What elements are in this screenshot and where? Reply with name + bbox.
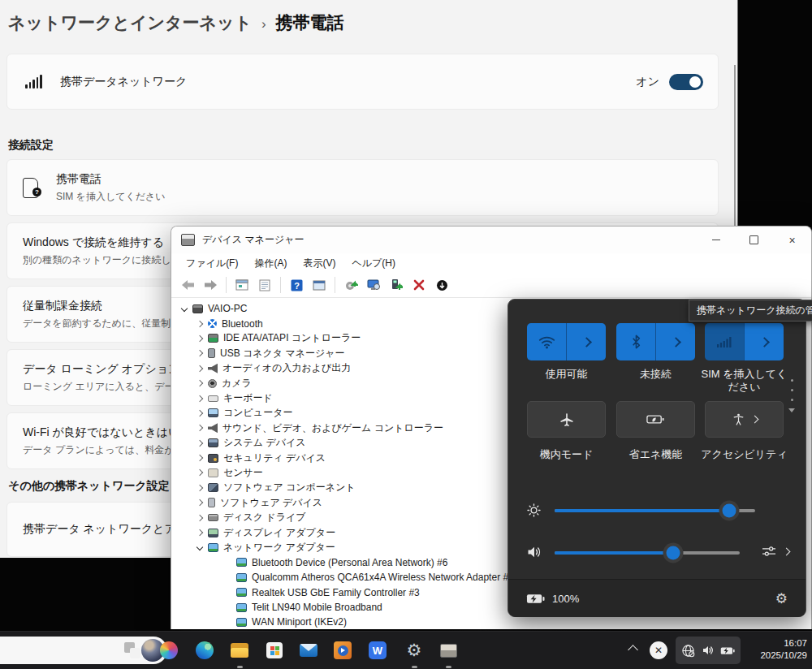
menu-item[interactable]: ファイル(F) — [178, 257, 246, 270]
globe-offline-icon — [681, 644, 695, 658]
expander-icon[interactable] — [193, 496, 206, 509]
expander-icon[interactable] — [193, 451, 206, 464]
edge-icon[interactable] — [195, 641, 214, 660]
expander-icon[interactable] — [193, 526, 206, 539]
uninstall-device-icon[interactable] — [409, 275, 429, 295]
volume-slider[interactable] — [555, 551, 740, 555]
expander-icon[interactable] — [193, 362, 206, 375]
expander-icon[interactable] — [193, 481, 206, 494]
expander-icon[interactable] — [193, 511, 206, 524]
back-icon[interactable] — [178, 275, 197, 295]
scan-hardware-icon[interactable] — [364, 275, 383, 295]
wps-office-icon[interactable]: W — [368, 641, 387, 660]
tree-item-label: Realtek USB GbE Family Controller #3 — [252, 587, 420, 598]
battery-status[interactable]: 100% — [526, 593, 579, 605]
quick-settings-button[interactable] — [676, 637, 741, 664]
wifi-expand-button[interactable] — [566, 323, 606, 360]
battery-percent-label: 100% — [552, 593, 579, 605]
copilot-icon[interactable] — [159, 641, 179, 660]
menu-item[interactable]: ヘルプ(H) — [343, 257, 404, 270]
maximize-button[interactable] — [735, 227, 773, 253]
forward-icon[interactable] — [201, 275, 220, 295]
expander-icon[interactable] — [193, 421, 206, 434]
open-app-indicator — [412, 666, 417, 668]
bluetooth-icon[interactable] — [616, 323, 655, 360]
expander-icon[interactable] — [193, 407, 206, 420]
expander-icon[interactable] — [193, 437, 206, 450]
task-view-icon[interactable] — [123, 641, 142, 660]
disable-device-icon[interactable] — [432, 275, 451, 295]
expander-icon[interactable] — [193, 541, 206, 554]
sim-icon — [23, 178, 38, 198]
close-button[interactable]: × — [773, 227, 811, 253]
chevron-right-icon — [759, 337, 770, 347]
file-explorer-icon[interactable] — [230, 641, 249, 660]
accessibility-tile[interactable] — [705, 401, 784, 438]
expander-icon[interactable] — [193, 347, 206, 360]
expander-icon[interactable] — [193, 317, 206, 330]
mail-icon[interactable] — [299, 641, 318, 660]
bluetooth-status-label: 未接続 — [611, 368, 701, 381]
add-driver-icon[interactable] — [387, 275, 406, 295]
airplane-mode-tile[interactable] — [527, 401, 606, 438]
media-player-icon[interactable] — [333, 641, 352, 660]
wifi-tile[interactable] — [527, 323, 606, 360]
help-icon[interactable]: ? — [287, 275, 306, 295]
bluetooth-tile[interactable] — [616, 323, 695, 360]
expander-icon[interactable] — [222, 571, 235, 584]
page-indicator[interactable] — [788, 379, 795, 412]
breadcrumb-parent[interactable]: ネットワークとインターネット — [8, 11, 252, 34]
cellular-signal-icon — [25, 75, 42, 88]
chevron-right-icon[interactable] — [783, 547, 791, 555]
settings-icon[interactable]: ⚙ — [404, 641, 424, 660]
quick-settings-gear-icon[interactable]: ⚙ — [775, 590, 788, 606]
tree-item-label: オーディオの入力および出力 — [222, 361, 351, 375]
close-circle-icon[interactable]: ✕ — [650, 641, 667, 659]
console-window-icon[interactable] — [232, 275, 252, 295]
expander-icon[interactable] — [193, 377, 206, 390]
breadcrumb: ネットワークとインターネット › 携帯電話 — [8, 11, 344, 34]
expander-icon[interactable] — [222, 615, 235, 628]
energy-saver-tile[interactable] — [616, 401, 695, 438]
expander-icon[interactable] — [193, 332, 206, 345]
expander-icon[interactable] — [222, 556, 235, 569]
device-category-icon — [208, 364, 218, 373]
bluetooth-expand-button[interactable] — [655, 323, 695, 360]
volume-icon[interactable] — [526, 545, 542, 563]
cellular-tile[interactable] — [705, 323, 784, 360]
device-manager-titlebar[interactable]: デバイス マネージャー × — [171, 227, 811, 253]
expander-icon[interactable] — [222, 601, 235, 614]
cellular-expand-button[interactable] — [744, 323, 784, 360]
update-driver-icon[interactable] — [341, 275, 361, 295]
tree-item-label: センサー — [223, 466, 263, 480]
settings-card[interactable]: 携帯電話 SIM を挿入してください — [6, 159, 719, 216]
tray-expand-icon[interactable] — [628, 645, 638, 655]
device-manager-taskbar-icon[interactable] — [438, 641, 458, 660]
search-box[interactable] — [0, 637, 167, 664]
device-category-icon — [208, 395, 218, 402]
cellular-data-toggle-card[interactable]: 携帯データネットワーク オン — [6, 54, 719, 110]
expander-icon[interactable] — [193, 392, 206, 405]
expander-icon[interactable] — [222, 586, 235, 599]
brightness-slider[interactable] — [555, 509, 755, 512]
expander-icon[interactable] — [178, 302, 191, 315]
audio-output-icon[interactable] — [762, 545, 776, 558]
tree-item-label: USB コネクタ マネージャー — [220, 347, 345, 360]
menu-item[interactable]: 表示(V) — [295, 257, 343, 270]
clock[interactable]: 16:07 2025/10/29 — [760, 637, 807, 662]
menu-item[interactable]: 操作(A) — [246, 257, 295, 270]
tree-item-label: システム デバイス — [223, 436, 306, 450]
store-icon[interactable] — [265, 641, 284, 660]
volume-slider-thumb[interactable] — [666, 546, 680, 560]
expand-down-icon — [788, 408, 795, 412]
properties-icon[interactable] — [255, 275, 274, 295]
cellular-data-toggle[interactable] — [669, 74, 703, 90]
cellular-icon[interactable] — [705, 323, 744, 360]
wifi-icon[interactable] — [527, 323, 566, 360]
show-window-icon[interactable] — [309, 275, 329, 295]
energy-saver-label: 省エネ機能 — [611, 448, 701, 461]
expander-icon[interactable] — [193, 466, 206, 479]
brightness-slider-thumb[interactable] — [722, 504, 736, 518]
section-heading-connection: 接続設定 — [8, 138, 54, 153]
minimize-button[interactable] — [697, 227, 735, 253]
